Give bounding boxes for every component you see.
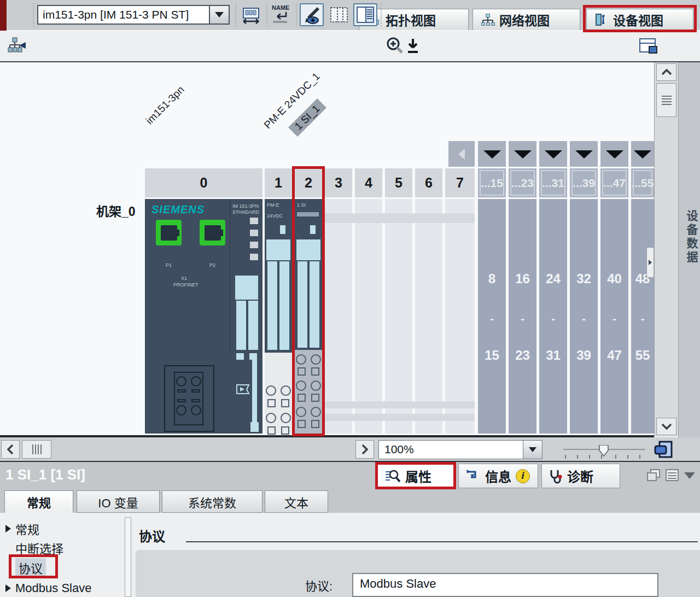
subtab-io-tags[interactable]: IO 变量 (77, 490, 160, 513)
network-back-icon[interactable] (4, 34, 30, 57)
tab-diagnostics[interactable]: 诊断 (541, 464, 620, 488)
group-header-31[interactable]: ...31 (539, 168, 567, 197)
side-panel-handle[interactable] (646, 247, 654, 278)
chevron-down-icon[interactable] (209, 6, 229, 24)
expand-group-icon[interactable] (539, 141, 567, 167)
show-labels-icon[interactable] (300, 3, 324, 26)
expand-group-icon[interactable] (509, 141, 536, 167)
float-panel-icon[interactable] (646, 469, 661, 482)
module-im151-3pn[interactable]: SIEMENS P1 P2 X1 PROFINET IM 151-3PN STA… (145, 199, 262, 434)
fit-to-window-icon[interactable] (653, 440, 674, 459)
slot-header-1[interactable]: 1 (265, 168, 292, 197)
group-sep: - (570, 313, 598, 325)
port1-label: P1 (166, 262, 172, 268)
expand-group-icon[interactable] (631, 141, 654, 167)
group-sep: - (631, 313, 654, 325)
slot-header-7[interactable]: 7 (445, 168, 475, 197)
expand-arrow-icon[interactable] (5, 525, 11, 532)
label-pm-e-24vdc[interactable]: PM-E 24VDC_1 (261, 71, 322, 131)
tab-info[interactable]: 信息 i (458, 464, 538, 488)
expand-arrow-icon[interactable] (5, 584, 11, 592)
group-sep: - (539, 313, 567, 325)
vertical-scrollbar[interactable] (654, 62, 678, 436)
empty-slot-3[interactable] (325, 199, 352, 434)
module-1-si[interactable]: 1 SI (295, 199, 322, 350)
tree-item-general[interactable]: 常规 (0, 519, 124, 538)
chevron-down-icon[interactable] (523, 441, 542, 459)
tab-properties[interactable]: 属性 (377, 464, 454, 488)
group-header-23[interactable]: ...23 (509, 168, 536, 197)
info-badge: i (516, 469, 530, 483)
grid-overview-icon[interactable] (327, 3, 351, 26)
locking-slider-foot (250, 422, 259, 432)
group-header-39[interactable]: ...39 (570, 168, 598, 197)
zoom-slider[interactable] (563, 445, 645, 459)
module-plate-left (298, 261, 307, 348)
group-column-24-31[interactable]: 24 - 31 (539, 199, 567, 434)
label-im151-3pn[interactable]: im151-3pn (143, 84, 186, 127)
rename-icon[interactable]: NAME (269, 3, 293, 26)
scroll-left-button[interactable] (1, 440, 20, 459)
module-pm-e-24vdc[interactable]: PM-E 24VDC (265, 199, 292, 353)
device-canvas[interactable]: im151-3pn PM-E 24VDC_1 1 SI_1 0 1 2 3 4 … (0, 62, 654, 436)
tree-item-modbus-slave[interactable]: Modbus Slave (0, 579, 124, 597)
group-column-16-23[interactable]: 16 - 23 (509, 199, 536, 434)
slot-header-6[interactable]: 6 (415, 168, 442, 197)
slot-header-2[interactable]: 2 (295, 168, 322, 197)
slot-header-5[interactable]: 5 (385, 168, 412, 197)
side-tab-label: 设备数据 (683, 210, 699, 265)
group-column-8-15[interactable]: 8 - 15 (478, 199, 506, 434)
group-header-15[interactable]: ...15 (478, 168, 506, 197)
protocol-dropdown[interactable]: Modbus Slave (352, 573, 658, 597)
siemens-logo: SIEMENS (151, 203, 205, 216)
tree-label: 协议 (15, 558, 46, 577)
tree-item-interrupt-selection[interactable]: 中断选择 (0, 539, 124, 557)
split-editor-icon[interactable] (637, 34, 661, 57)
empty-slot-5[interactable] (385, 199, 412, 434)
empty-slot-7[interactable] (445, 199, 475, 434)
collapse-panel-icon[interactable] (684, 472, 696, 479)
table-view-icon[interactable] (353, 3, 377, 26)
tree-scrollbar[interactable] (125, 517, 131, 597)
group-header-47[interactable]: ...47 (600, 168, 628, 197)
group-column-32-39[interactable]: 32 - 39 (570, 199, 598, 434)
scroll-right-button[interactable] (355, 440, 374, 459)
tab-label: 拓扑视图 (386, 10, 436, 29)
panel-menu-icon[interactable] (665, 469, 679, 482)
scroll-up-button[interactable] (656, 63, 676, 81)
expand-group-icon[interactable] (478, 141, 506, 167)
module-plate-left (267, 261, 277, 350)
module-text: PM-E (267, 202, 279, 208)
empty-slot-6[interactable] (415, 199, 442, 434)
slot-header-3[interactable]: 3 (325, 168, 352, 197)
group-header-55[interactable]: ...55 (631, 168, 654, 197)
status-bar: 100% (0, 437, 700, 462)
tab-device-view[interactable]: 设备视图 (586, 9, 693, 30)
expand-group-icon[interactable] (570, 141, 598, 167)
toolbar-separator (381, 3, 382, 26)
horizontal-scroll-thumb[interactable] (22, 440, 51, 459)
group-column-40-47[interactable]: 40 - 47 (600, 199, 628, 434)
zoom-dropdown[interactable]: 100% (378, 440, 542, 459)
device-dropdown[interactable]: im151-3pn [IM 151-3 PN ST] (37, 5, 230, 25)
download-icon[interactable] (404, 34, 422, 57)
scroll-down-button[interactable] (656, 418, 676, 435)
expand-group-icon[interactable] (600, 141, 628, 167)
subtab-general[interactable]: 常规 (4, 490, 73, 513)
collapse-left-icon[interactable] (448, 141, 475, 167)
slot-header-0[interactable]: 0 (145, 168, 262, 197)
module-1-si-terminals (295, 350, 322, 434)
vertical-scroll-thumb[interactable] (656, 83, 676, 117)
resize-columns-icon[interactable] (239, 3, 263, 26)
subtab-texts[interactable]: 文本 (265, 490, 328, 513)
zoom-in-icon[interactable] (384, 34, 406, 57)
slot-header-4[interactable]: 4 (355, 168, 382, 197)
subtab-system-constants[interactable]: 系统常数 (162, 490, 262, 513)
tab-network-view[interactable]: 网络视图 (472, 9, 580, 30)
empty-slot-4[interactable] (355, 199, 382, 434)
side-tab-device-data[interactable]: 设备数据 (678, 62, 700, 462)
group-bottom: 31 (539, 348, 567, 363)
tree-item-protocol[interactable]: 协议 (0, 558, 124, 577)
tab-label: 属性 (405, 466, 431, 485)
group-column-48-55[interactable]: 48 - 55 (631, 199, 654, 434)
